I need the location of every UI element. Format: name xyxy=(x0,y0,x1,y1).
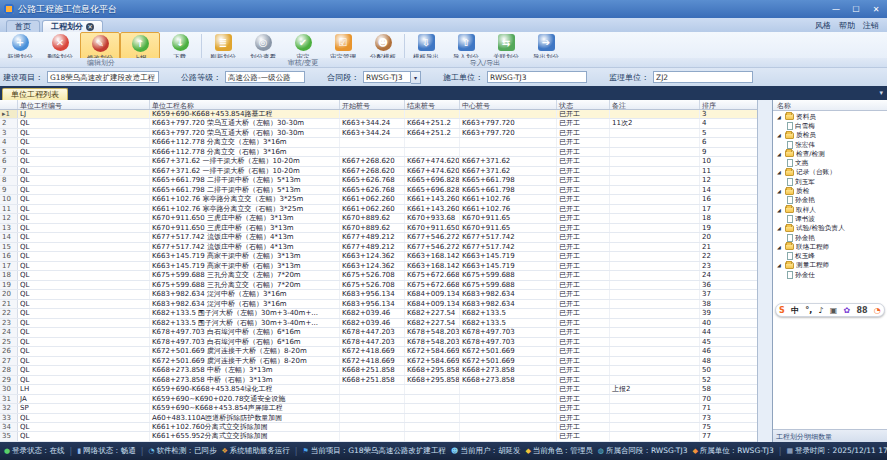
tree-leaf-3[interactable]: 刘玉军 xyxy=(773,177,887,186)
grid-col-header-3[interactable]: 开始桩号 xyxy=(340,100,405,109)
table-row[interactable]: 35QLK661+655.952分离式立交拆除加固已开工77 xyxy=(0,432,757,441)
tree-expander-icon[interactable]: ◢ xyxy=(777,132,783,138)
table-row[interactable]: 31JAK659+690~K690+020.78交通安全设施已开工70 xyxy=(0,395,757,404)
tree-expander-icon[interactable]: ◢ xyxy=(777,151,783,157)
grid-col-header-1[interactable]: 单位工程编号 xyxy=(18,100,150,109)
keyboard-icon[interactable]: ▣ xyxy=(830,306,838,315)
table-row[interactable]: 10QLK661+102.76 寒亭路分离立交（左幅）3*25mK661+062… xyxy=(0,195,757,204)
table-row[interactable]: 13QLK670+911.650 三虎庄中桥（右幅）3*13mK670+889.… xyxy=(0,224,757,233)
filter-value-4[interactable]: ZJ2 xyxy=(653,71,753,83)
tree-leaf-8[interactable]: 孙金仕 xyxy=(773,270,887,279)
table-cell: K672+418.669 xyxy=(340,347,405,355)
tree-leaf-6[interactable]: 孙金艳 xyxy=(773,233,887,242)
grid-col-header-6[interactable]: 状态 xyxy=(557,100,610,109)
table-row[interactable]: 4QLK666+112.778 分离立交（左幅）3*16m已开工6 xyxy=(0,138,757,147)
table-row[interactable]: ▸1LJK659+690-K668+453.854路基工程已开工3 xyxy=(0,110,757,119)
tree-folder-7[interactable]: ◢联络工程师 xyxy=(773,242,887,251)
filter-value-2[interactable]: RWSG-TJ3 xyxy=(363,71,411,83)
grid-col-header-8[interactable]: 排序 xyxy=(700,100,758,109)
tree-folder-1[interactable]: ◢质检员 xyxy=(773,131,887,140)
table-row[interactable]: 8QLK665+661.798 二排干渠中桥（左幅）5*13mK665+626.… xyxy=(0,176,757,185)
table-row[interactable]: 2QLK663+797.720 荣乌互通大桥（左幅）30-30mK663+344… xyxy=(0,119,757,128)
close-button[interactable]: ✕ xyxy=(869,5,883,14)
table-row[interactable]: 21QLK683+982.634 浞河中桥（右幅）3*16mK683+956.1… xyxy=(0,300,757,309)
tab-home[interactable]: 首页 xyxy=(6,20,40,32)
table-row[interactable]: 28QLK668+273.858 中桥（左幅）3*13mK668+251.858… xyxy=(0,366,757,375)
table-row[interactable]: 27QLK672+501.669 虞河连接干大桥（右幅）8-20mK672+41… xyxy=(0,357,757,366)
table-row[interactable]: 7QLK667+371.62 一排干渠大桥（右幅）10-20mK667+268.… xyxy=(0,167,757,176)
tree-folder-3[interactable]: ◢记录（台账） xyxy=(773,168,887,177)
tab-division[interactable]: 工程划分 ✕ xyxy=(42,20,103,32)
row-number-cell: 6 xyxy=(0,157,18,165)
filter-value-1[interactable]: 高速公路-一级公路 xyxy=(225,71,305,83)
tree-folder-4[interactable]: ◢质检 xyxy=(773,186,887,195)
tree-folder-8[interactable]: ◢测量工程师 xyxy=(773,261,887,270)
table-row[interactable]: 34QLK661+102.760分离式立交拆除加固已开工75 xyxy=(0,423,757,432)
table-row[interactable]: 5QLK666+112.778 分离立交（右幅）3*16m已开工9 xyxy=(0,148,757,157)
table-row[interactable]: 24QLK678+497.703 白石埠河中桥（左幅）6*16mK678+447… xyxy=(0,328,757,337)
table-row[interactable]: 23QLK682+133.5 围子河大桥（右幅）30m+3-40m+...K68… xyxy=(0,319,757,328)
combo-arrow-icon[interactable]: ▾ xyxy=(411,71,421,84)
sogou-logo-icon[interactable]: S xyxy=(779,306,785,315)
filter-value-3[interactable]: RWSG-TJ3 xyxy=(487,71,587,83)
punctuation-icon[interactable]: °, xyxy=(805,306,812,315)
tree-leaf-4[interactable]: 孙金艳 xyxy=(773,196,887,205)
tree-folder-0[interactable]: ◢资料员 xyxy=(773,112,887,121)
table-row[interactable]: 33QLA60+483.110A匝道桥拆除防护数量加固已开工73 xyxy=(0,414,757,423)
table-row[interactable]: 6QLK667+371.62 一排干渠大桥（左幅）10-20mK667+268.… xyxy=(0,157,757,166)
tree-leaf-0[interactable]: 白雪梅 xyxy=(773,121,887,130)
table-row[interactable]: 29QLK668+273.858 中桥（右幅）3*13mK668+251.858… xyxy=(0,376,757,385)
row-number-cell: 13 xyxy=(0,224,18,232)
link-help[interactable]: 帮助 xyxy=(839,20,855,31)
chinese-mode-icon[interactable]: 中 xyxy=(791,305,799,316)
link-logout[interactable]: 注销 xyxy=(863,20,879,31)
table-row[interactable]: 18QLK675+599.688 三孔分离立交（左幅）7*20mK675+526… xyxy=(0,271,757,280)
table-row[interactable]: 32SPK659+690~K668+453.854声屏障工程已开工71 xyxy=(0,404,757,413)
tree-leaf-7[interactable]: 权玉峰 xyxy=(773,251,887,260)
table-row[interactable]: 25QLK678+497.703 白石埠河中桥（右幅）6*16mK678+447… xyxy=(0,338,757,347)
emoji-icon[interactable]: ◔ xyxy=(874,306,881,315)
grid-col-header-5[interactable]: 中心桩号 xyxy=(460,100,557,109)
table-row[interactable]: 15QLK677+517.742 流饭庄中桥（右幅）4*13mK677+489.… xyxy=(0,243,757,252)
tree-expander-icon[interactable]: ◢ xyxy=(777,225,783,231)
skin-icon[interactable]: ✿ xyxy=(844,306,851,315)
table-row[interactable]: 16QLK663+145.719 高家干渠中桥（左幅）3*13mK663+124… xyxy=(0,252,757,261)
table-row[interactable]: 22QLK682+133.5 围子河大桥（左幅）30m+3-40m+...K68… xyxy=(0,309,757,318)
table-row[interactable]: 26QLK672+501.669 虞河连接干大桥（左幅）8-20mK672+41… xyxy=(0,347,757,356)
grid-col-header-2[interactable]: 单位工程名称 xyxy=(150,100,340,109)
tree-leaf-1[interactable]: 张宏伟 xyxy=(773,140,887,149)
table-row[interactable]: 19QLK675+599.688 三孔分离立交（右幅）7*20mK675+526… xyxy=(0,281,757,290)
chevron-down-icon[interactable]: ▾ xyxy=(879,89,883,97)
grid-col-header-7[interactable]: 备注 xyxy=(610,100,700,109)
table-row[interactable]: 30LHK659+690-K668+453.854绿化工程已开工上报258 xyxy=(0,385,757,394)
grid-col-header-0[interactable] xyxy=(0,100,18,109)
minimize-button[interactable]: — xyxy=(829,5,843,14)
table-row[interactable]: 11QLK661+102.76 寒亭路分离立交（右幅）3*25mK661+062… xyxy=(0,205,757,214)
tree-expander-icon[interactable]: ◢ xyxy=(777,114,783,120)
tree-expander-icon[interactable]: ◢ xyxy=(777,169,783,175)
mic-icon[interactable]: ♪ xyxy=(819,306,824,315)
maximize-button[interactable]: ☐ xyxy=(849,5,863,14)
tree-folder-2[interactable]: ◢检查/检测 xyxy=(773,149,887,158)
tree-expander-icon[interactable]: ◢ xyxy=(777,244,783,250)
link-skin[interactable]: 风格 xyxy=(815,20,831,31)
table-row[interactable]: 20QLK683+982.634 浞河中桥（左幅）3*16mK683+956.1… xyxy=(0,290,757,299)
filter-combo-2[interactable]: RWSG-TJ3▾ xyxy=(363,71,421,84)
tree-expander-icon[interactable]: ◢ xyxy=(777,188,783,194)
table-row[interactable]: 3QLK663+797.720 荣乌互通大桥（右幅）30-30mK663+344… xyxy=(0,129,757,138)
table-row[interactable]: 14QLK677+517.742 流饭庄中桥（左幅）4*13mK677+489.… xyxy=(0,233,757,242)
tree-folder-6[interactable]: ◢试验/检验负责人 xyxy=(773,224,887,233)
table-row[interactable]: 17QLK663+145.719 高家干渠中桥（右幅）3*13mK663+124… xyxy=(0,262,757,271)
subtab-unit-project-list[interactable]: 单位工程列表 xyxy=(2,88,68,100)
table-cell: 已开工 xyxy=(557,300,610,308)
tree-expander-icon[interactable]: ◢ xyxy=(777,262,783,268)
tab-close-icon[interactable]: ✕ xyxy=(86,23,94,31)
grid-col-header-4[interactable]: 结束桩号 xyxy=(405,100,460,109)
table-row[interactable]: 9QLK665+661.798 二排干渠中桥（右幅）5*13mK665+626.… xyxy=(0,186,757,195)
tree-expander-icon[interactable]: ◢ xyxy=(777,207,783,213)
table-row[interactable]: 12QLK670+911.650 三虎庄中桥（左幅）3*13mK670+889.… xyxy=(0,214,757,223)
tree-leaf-5[interactable]: 谭书波 xyxy=(773,214,887,223)
filter-value-0[interactable]: G18荣乌高速改扩建段改造工程 xyxy=(47,71,159,83)
tree-folder-5[interactable]: ◢取样人 xyxy=(773,205,887,214)
toolbox-icon[interactable]: 88 xyxy=(857,306,868,315)
